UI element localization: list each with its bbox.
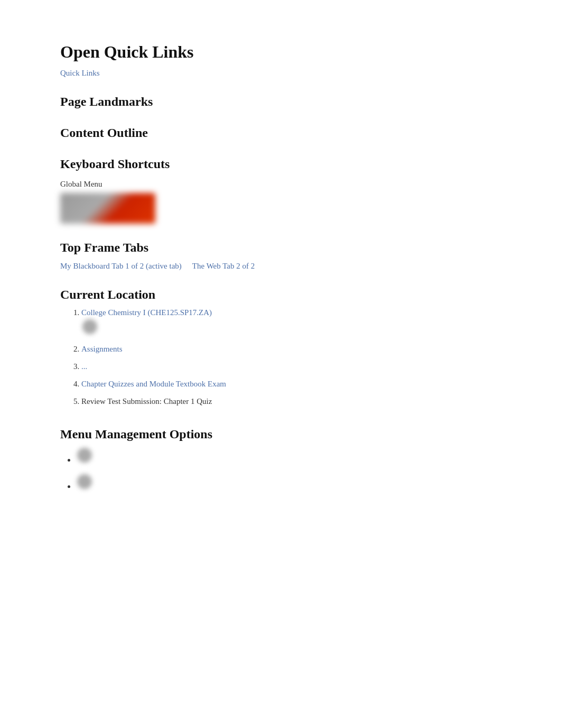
location-item-2: Assignments (81, 345, 501, 354)
keyboard-shortcuts-heading: Keyboard Shortcuts (60, 157, 501, 171)
location-blurred-icon-1 (82, 319, 97, 334)
location-item-3: ... (81, 362, 501, 371)
location-link-2[interactable]: Assignments (81, 345, 123, 353)
location-text-5: Review Test Submission: Chapter 1 Quiz (81, 397, 212, 406)
location-list: College Chemistry I (CHE125.SP17.ZA) Ass… (81, 308, 501, 406)
menu-management-item-1 (76, 448, 501, 465)
location-item-4: Chapter Quizzes and Module Textbook Exam (81, 380, 501, 389)
location-item-1: College Chemistry I (CHE125.SP17.ZA) (81, 308, 501, 336)
top-frame-tabs-heading: Top Frame Tabs (60, 241, 501, 255)
menu-item-blurred-2 (77, 474, 92, 489)
top-frame-tabs-line: My Blackboard Tab 1 of 2 (active tab) Th… (60, 261, 501, 271)
current-location-heading: Current Location (60, 288, 501, 302)
location-link-1[interactable]: College Chemistry I (CHE125.SP17.ZA) (81, 308, 212, 317)
global-menu-label: Global Menu (60, 180, 501, 189)
menu-management-heading: Menu Management Options (60, 427, 501, 441)
menu-management-list (76, 448, 501, 491)
page-landmarks-heading: Page Landmarks (60, 95, 501, 109)
tab2-link[interactable]: The Web Tab 2 of 2 (192, 262, 255, 270)
location-link-3[interactable]: ... (81, 362, 87, 371)
menu-item-blurred-1 (77, 448, 92, 463)
location-item-5: Review Test Submission: Chapter 1 Quiz (81, 397, 501, 406)
tab1-link[interactable]: My Blackboard Tab 1 of 2 (active tab) (60, 262, 182, 270)
global-menu-blurred-image (60, 193, 155, 224)
menu-management-item-2 (76, 474, 501, 491)
location-link-4[interactable]: Chapter Quizzes and Module Textbook Exam (81, 380, 226, 388)
main-heading: Open Quick Links (60, 42, 501, 62)
content-outline-heading: Content Outline (60, 126, 501, 140)
quick-links-link[interactable]: Quick Links (60, 69, 100, 77)
